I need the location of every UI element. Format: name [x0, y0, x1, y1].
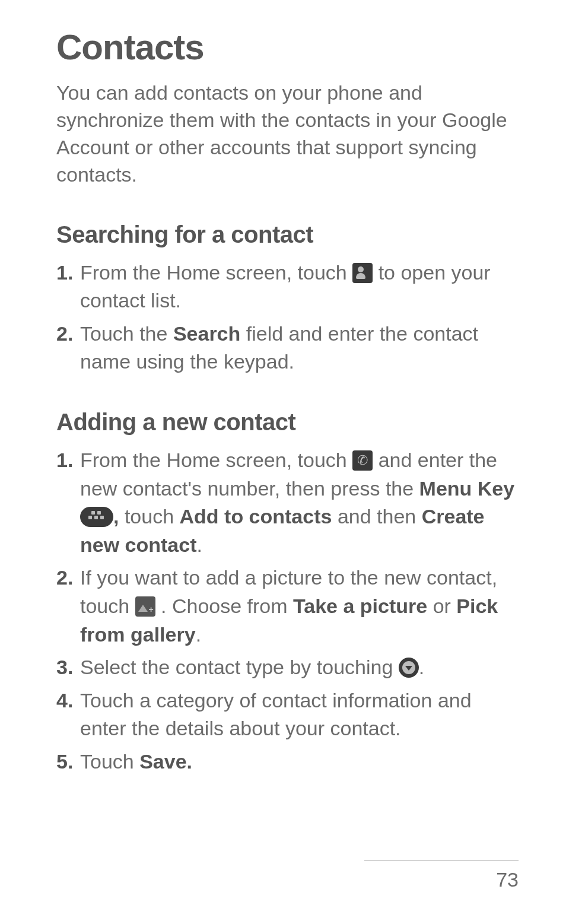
bold-text: Search [173, 322, 240, 345]
list-number: 5. [56, 748, 73, 776]
menu-key-icon [80, 507, 113, 527]
section-heading-2: Adding a new contact [56, 409, 522, 436]
list-item: 2.Touch the Search field and enter the c… [56, 320, 522, 376]
list-item: 4.Touch a category of contact informatio… [56, 687, 522, 743]
list-item: 5.Touch Save. [56, 748, 522, 776]
list-item: 1.From the Home screen, touch and enter … [56, 446, 522, 559]
bold-text: Save. [139, 750, 192, 773]
list-number: 2. [56, 564, 73, 592]
phone-icon [352, 450, 373, 471]
list-item: 2.If you want to add a picture to the ne… [56, 564, 522, 649]
footer-rule [364, 861, 519, 861]
page-number: 73 [364, 868, 519, 891]
contacts-icon [352, 263, 373, 283]
bold-text: Menu Key [419, 477, 515, 500]
intro-paragraph: You can add contacts on your phone and s… [56, 80, 522, 189]
section-heading-1: Searching for a contact [56, 221, 522, 248]
list-number: 4. [56, 687, 73, 715]
section-list-1: 1.From the Home screen, touch to open yo… [56, 259, 522, 376]
list-item: 1.From the Home screen, touch to open yo… [56, 259, 522, 315]
list-number: 2. [56, 320, 73, 348]
section-list-2: 1.From the Home screen, touch and enter … [56, 446, 522, 776]
bold-text: Take a picture [293, 595, 427, 617]
list-number: 1. [56, 259, 73, 287]
page-title: Contacts [56, 27, 522, 68]
bold-text: , [113, 505, 119, 528]
list-number: 1. [56, 446, 73, 475]
add-photo-icon [135, 596, 155, 617]
dropdown-icon [399, 658, 419, 678]
bold-text: Add to contacts [180, 505, 332, 528]
list-number: 3. [56, 653, 73, 682]
list-item: 3.Select the contact type by touching . [56, 653, 522, 682]
page-footer: 73 [364, 861, 519, 891]
